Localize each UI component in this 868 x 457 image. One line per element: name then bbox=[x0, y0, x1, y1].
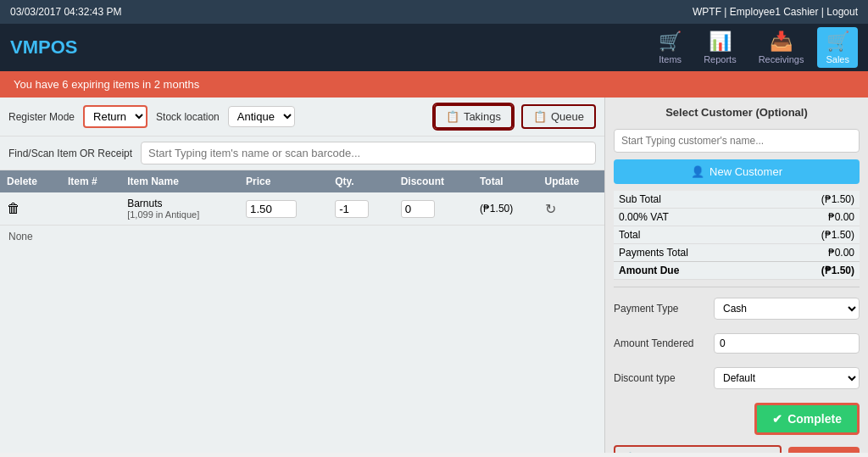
takings-button[interactable]: 📋 Takings bbox=[434, 104, 513, 129]
alert-bar: You have 6 expiring items in 2 months bbox=[0, 71, 868, 98]
complete-button[interactable]: ✔ Complete bbox=[754, 403, 860, 435]
nav-icons: 🛒 Items 📊 Reports 📥 Receivings 🛒 Sales bbox=[650, 27, 858, 68]
check-icon: ✔ bbox=[772, 412, 782, 426]
queue-icon: 📋 bbox=[533, 110, 547, 123]
payments-total-label: Payments Total bbox=[614, 244, 772, 262]
row-total: (₱1.50) bbox=[473, 192, 538, 226]
discount-type-label: Discount type bbox=[614, 372, 707, 384]
discount-type-row: Discount type Default Percent Fixed bbox=[614, 367, 860, 389]
total-label: Total bbox=[614, 226, 772, 244]
table-row: 🗑 Barnuts [1,099 in Antique] bbox=[0, 192, 604, 226]
stock-location-label: Stock location bbox=[156, 111, 220, 123]
items-icon: 🛒 bbox=[659, 31, 682, 53]
add-to-queue-label: Add to queue bbox=[641, 452, 701, 453]
action-row: 📋 Add to queue ✖ Cancel bbox=[614, 445, 860, 453]
col-discount: Discount bbox=[394, 170, 473, 192]
customer-input[interactable] bbox=[614, 129, 860, 153]
navbar: VMPOS 🛒 Items 📊 Reports 📥 Receivings 🛒 S… bbox=[0, 24, 868, 71]
row-price[interactable] bbox=[239, 192, 328, 226]
queue-list-icon: 📋 bbox=[624, 452, 637, 453]
summary-table: Sub Total (₱1.50) 0.00% VAT ₱0.00 Total … bbox=[614, 191, 860, 280]
customer-section-title: Select Customer (Optional) bbox=[614, 106, 860, 119]
user-info: WPTF | Employee1 Cashier | Logout bbox=[693, 6, 858, 18]
nav-receivings[interactable]: 📥 Receivings bbox=[750, 27, 813, 68]
row-update[interactable]: ↻ bbox=[538, 192, 605, 226]
right-panel: Select Customer (Optional) 👤 New Custome… bbox=[605, 98, 868, 453]
reports-icon: 📊 bbox=[709, 31, 732, 53]
new-customer-label: New Customer bbox=[709, 165, 782, 178]
sales-icon: 🛒 bbox=[826, 31, 849, 53]
sub-total-value: (₱1.50) bbox=[772, 191, 860, 209]
col-item-num: Item # bbox=[61, 170, 120, 192]
row-discount[interactable] bbox=[394, 192, 473, 226]
controls-bar: Register Mode Return Stock location Anti… bbox=[0, 98, 604, 137]
search-label: Find/Scan Item OR Receipt bbox=[8, 148, 132, 159]
total-value: (₱1.50) bbox=[772, 226, 860, 244]
amount-due-label: Amount Due bbox=[614, 262, 772, 280]
payment-type-select[interactable]: Cash Credit Card Check bbox=[714, 298, 860, 320]
col-delete: Delete bbox=[0, 170, 61, 192]
amount-tendered-label: Amount Tendered bbox=[614, 337, 707, 349]
queue-button[interactable]: 📋 Queue bbox=[521, 104, 596, 129]
topbar: 03/03/2017 04:32:43 PM WPTF | Employee1 … bbox=[0, 0, 868, 24]
payments-total-value: ₱0.00 bbox=[772, 244, 860, 262]
nav-sales[interactable]: 🛒 Sales bbox=[817, 27, 858, 68]
item-table: Delete Item # Item Name Price Qty. Disco… bbox=[0, 170, 604, 453]
nav-reports[interactable]: 📊 Reports bbox=[695, 27, 745, 68]
vat-label: 0.00% VAT bbox=[614, 209, 772, 226]
col-price: Price bbox=[239, 170, 328, 192]
amount-tendered-input[interactable] bbox=[714, 333, 860, 354]
left-panel: Register Mode Return Stock location Anti… bbox=[0, 98, 605, 453]
stock-location-select[interactable]: Antique bbox=[228, 106, 295, 127]
datetime: 03/03/2017 04:32:43 PM bbox=[10, 6, 121, 18]
person-icon: 👤 bbox=[691, 165, 704, 178]
row-item-num bbox=[61, 192, 120, 226]
cancel-label: Cancel bbox=[814, 452, 848, 454]
col-total: Total bbox=[473, 170, 538, 192]
payment-type-label: Payment Type bbox=[614, 303, 707, 315]
search-input[interactable] bbox=[141, 142, 596, 164]
row-item-name: Barnuts [1,099 in Antique] bbox=[120, 192, 239, 226]
payment-type-row: Payment Type Cash Credit Card Check bbox=[614, 298, 860, 320]
queue-label: Queue bbox=[551, 110, 584, 123]
alert-message: You have 6 expiring items in 2 months bbox=[14, 78, 199, 91]
discount-type-select[interactable]: Default Percent Fixed bbox=[714, 367, 860, 389]
row-qty[interactable] bbox=[328, 192, 394, 226]
col-update: Update bbox=[538, 170, 605, 192]
search-bar: Find/Scan Item OR Receipt bbox=[0, 137, 604, 170]
cancel-icon: ✖ bbox=[800, 452, 810, 454]
main-layout: Register Mode Return Stock location Anti… bbox=[0, 98, 868, 453]
register-mode-label: Register Mode bbox=[8, 111, 75, 123]
amount-due-value: (₱1.50) bbox=[772, 262, 860, 280]
complete-label: Complete bbox=[787, 412, 842, 426]
takings-label: Takings bbox=[464, 110, 501, 123]
row-delete[interactable]: 🗑 bbox=[0, 192, 61, 226]
col-qty: Qty. bbox=[328, 170, 394, 192]
receivings-icon: 📥 bbox=[770, 31, 793, 53]
footer-none: None bbox=[0, 226, 604, 248]
sub-total-label: Sub Total bbox=[614, 191, 772, 209]
takings-icon: 📋 bbox=[446, 110, 459, 123]
register-mode-select[interactable]: Return bbox=[83, 105, 147, 128]
new-customer-button[interactable]: 👤 New Customer bbox=[614, 159, 860, 184]
add-to-queue-button[interactable]: 📋 Add to queue bbox=[614, 445, 782, 453]
amount-tendered-row: Amount Tendered bbox=[614, 333, 860, 354]
brand: VMPOS bbox=[10, 36, 77, 59]
nav-items[interactable]: 🛒 Items bbox=[650, 27, 690, 68]
vat-value: ₱0.00 bbox=[772, 209, 860, 226]
col-item-name: Item Name bbox=[120, 170, 239, 192]
divider-1 bbox=[614, 287, 860, 287]
cancel-button[interactable]: ✖ Cancel bbox=[788, 447, 860, 454]
